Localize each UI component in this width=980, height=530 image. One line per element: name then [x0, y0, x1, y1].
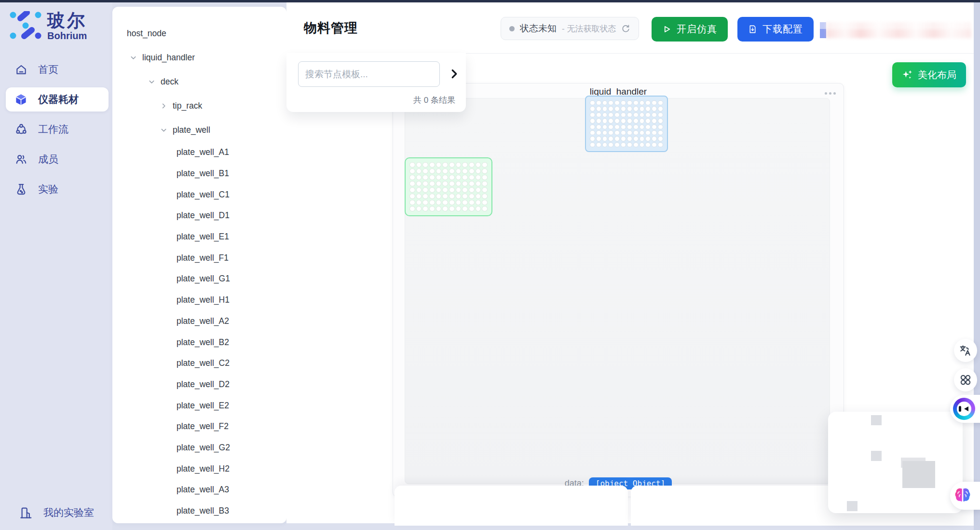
- liquid-handler-node-card[interactable]: liquid_handler data: [object Object]: [393, 83, 844, 497]
- sidebar: 玻尔 Bohrium 首页仪器耗材工作流成员实验 我的实验室: [0, 2, 112, 530]
- plate-well: [469, 194, 475, 199]
- plate-well: [658, 136, 663, 141]
- logo-title: 玻尔: [47, 11, 87, 30]
- plate-well: [590, 125, 595, 129]
- tree-item-plate_well_F2[interactable]: plate_well_F2: [112, 416, 286, 437]
- plate-well: [633, 118, 639, 123]
- translate-icon: [959, 344, 972, 357]
- chevron-right-icon[interactable]: [160, 102, 167, 110]
- download-config-button[interactable]: 下载配置: [737, 17, 814, 42]
- plate-well: [442, 181, 448, 186]
- plate-well: [476, 187, 481, 193]
- plate-well: [633, 125, 639, 129]
- minimap[interactable]: [828, 412, 963, 513]
- tree-item-plate_well_B2[interactable]: plate_well_B2: [112, 332, 286, 353]
- sidebar-item-members[interactable]: 成员: [6, 147, 109, 171]
- plate-well: [608, 130, 613, 135]
- plate-well: [658, 112, 663, 117]
- chevron-down-icon[interactable]: [130, 54, 137, 61]
- plate-well: [602, 130, 608, 135]
- tree-item-host_node[interactable]: host_node: [112, 21, 286, 45]
- tree-item-label: plate_well_B1: [177, 168, 229, 179]
- tree-item-plate_well_G2[interactable]: plate_well_G2: [112, 437, 286, 459]
- tree-item-deck[interactable]: deck: [112, 70, 286, 94]
- tree-item-plate_well_H1[interactable]: plate_well_H1: [112, 290, 286, 311]
- plate-well: [462, 168, 468, 174]
- tree-item-plate_well_D1[interactable]: plate_well_D1: [112, 205, 286, 226]
- tree-item-plate_well_B1[interactable]: plate_well_B1: [112, 163, 286, 184]
- ai-brain-button[interactable]: [950, 482, 980, 510]
- plate-well: [614, 142, 620, 147]
- plate-well: [462, 194, 468, 199]
- plate-well: [602, 142, 608, 147]
- ai-robot-button[interactable]: [950, 395, 980, 423]
- beautify-layout-button[interactable]: 美化布局: [892, 62, 966, 87]
- plate-node-blue[interactable]: [585, 96, 668, 152]
- node-menu-dots-icon[interactable]: [825, 92, 836, 95]
- plate-well: [469, 187, 475, 193]
- plate-well: [640, 142, 645, 147]
- download-config-label: 下载配置: [762, 23, 803, 36]
- start-simulation-label: 开启仿真: [677, 23, 717, 36]
- translate-button[interactable]: [954, 339, 977, 362]
- plate-well: [608, 136, 613, 141]
- tree-item-plate_well[interactable]: plate_well: [112, 118, 286, 142]
- plate-well: [652, 112, 657, 117]
- plate-well: [602, 106, 608, 111]
- search-input[interactable]: [298, 61, 440, 87]
- scrollbar-track[interactable]: [974, 2, 980, 530]
- tree-item-plate_well_G1[interactable]: plate_well_G1: [112, 268, 286, 290]
- workflow-icon: [14, 123, 27, 136]
- sidebar-item-label: 实验: [38, 182, 58, 196]
- tree-item-plate_well_H2[interactable]: plate_well_H2: [112, 458, 286, 479]
- plate-well: [462, 175, 468, 180]
- tree-item-plate_well_F1[interactable]: plate_well_F1: [112, 247, 286, 268]
- plate-well: [602, 136, 608, 141]
- plate-well: [645, 100, 651, 105]
- tree-item-plate_well_C2[interactable]: plate_well_C2: [112, 353, 286, 374]
- apps-grid-button[interactable]: [954, 368, 977, 391]
- tree-item-plate_well_D2[interactable]: plate_well_D2: [112, 374, 286, 395]
- plate-well: [416, 181, 422, 186]
- sidebar-item-workflow[interactable]: 工作流: [6, 117, 109, 141]
- sidebar-item-my-lab[interactable]: 我的实验室: [19, 506, 94, 519]
- tree-item-tip_rack[interactable]: tip_rack: [112, 94, 286, 118]
- plate-well: [476, 162, 481, 167]
- sidebar-item-instruments[interactable]: 仪器耗材: [6, 87, 109, 112]
- plate-well: [621, 118, 626, 123]
- refresh-icon[interactable]: [621, 24, 630, 33]
- plate-well: [608, 118, 613, 123]
- plate-well: [422, 168, 428, 174]
- status-detail: - 无法获取状态: [562, 23, 616, 34]
- plate-well: [456, 162, 462, 167]
- tree-item-plate_well_A3[interactable]: plate_well_A3: [112, 479, 286, 501]
- tree-item-plate_well_E1[interactable]: plate_well_E1: [112, 226, 286, 248]
- tree-item-plate_well_A2[interactable]: plate_well_A2: [112, 311, 286, 332]
- plate-node-green[interactable]: [405, 157, 492, 216]
- tree-item-plate_well_E2[interactable]: plate_well_E2: [112, 395, 286, 416]
- app-root: 玻尔 Bohrium 首页仪器耗材工作流成员实验 我的实验室 host_node…: [0, 0, 980, 530]
- plate-well: [436, 187, 442, 193]
- plate-well: [640, 118, 645, 123]
- status-badge[interactable]: 状态未知 - 无法获取状态: [501, 17, 639, 40]
- collapse-caret-icon[interactable]: [447, 67, 462, 81]
- logo[interactable]: 玻尔 Bohrium: [0, 2, 112, 41]
- tree-item-plate_well_B3[interactable]: plate_well_B3: [112, 501, 286, 522]
- plate-well: [658, 125, 663, 129]
- plate-well: [652, 100, 657, 105]
- bohrium-logo-icon: [10, 11, 41, 39]
- chevron-down-icon[interactable]: [160, 126, 167, 134]
- chevron-down-icon[interactable]: [148, 78, 155, 85]
- plate-well: [482, 162, 488, 167]
- plate-well: [590, 136, 595, 141]
- plate-well: [482, 187, 488, 193]
- tree-item-plate_well_A1[interactable]: plate_well_A1: [112, 142, 286, 163]
- tree-item-plate_well_C1[interactable]: plate_well_C1: [112, 184, 286, 205]
- tree-item-liquid_handler[interactable]: liquid_handler: [112, 45, 286, 70]
- start-simulation-button[interactable]: 开启仿真: [652, 17, 728, 42]
- sidebar-item-home[interactable]: 首页: [6, 57, 109, 82]
- main-area: 物料管理 状态未知 - 无法获取状态 开启仿真: [286, 2, 974, 523]
- plate-well: [416, 168, 422, 174]
- sidebar-item-experiments[interactable]: 实验: [6, 177, 109, 201]
- plate-well: [602, 118, 608, 123]
